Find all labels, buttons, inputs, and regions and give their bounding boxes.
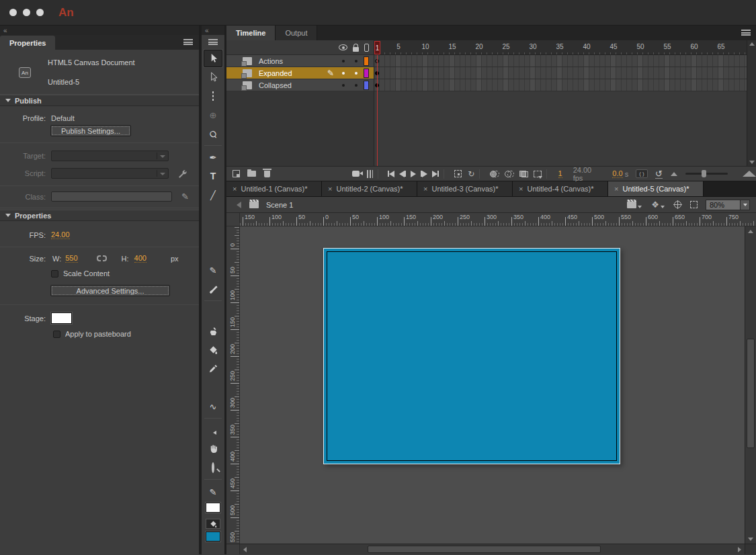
outline-layers-icon[interactable] [364,44,369,52]
new-layer-button[interactable] [233,170,240,177]
window-zoom-button[interactable] [36,9,44,16]
timeline-menu-icon[interactable] [741,30,751,36]
frame-row-collapsed[interactable] [374,79,747,91]
tab-timeline[interactable]: Timeline [226,26,276,40]
stage-canvas[interactable] [323,248,620,464]
publish-settings-button[interactable]: Publish Settings... [50,125,131,136]
scroll-right-icon[interactable] [738,547,741,552]
script-wrench-icon[interactable] [177,169,187,178]
onion-skin-button[interactable] [490,171,499,177]
current-frame-indicator[interactable]: 1 [374,41,380,54]
layer-visibility-toggle[interactable] [337,60,349,62]
stroke-color-swatch[interactable] [206,503,220,513]
advanced-settings-button[interactable]: Advanced Settings... [50,285,170,296]
clip-content-outside-stage-button[interactable] [690,201,698,208]
layer-outline-color[interactable] [362,81,370,90]
width-tool-button[interactable]: ∿ [204,398,222,415]
stage-zoom-field[interactable]: 80% [706,200,741,210]
oval-tool-button[interactable] [204,224,222,241]
fill-color-swatch[interactable] [206,531,220,542]
back-arrow-icon[interactable] [233,202,241,208]
layer-row-expanded[interactable]: Expanded✎ [226,67,374,79]
free-transform-tool-button[interactable] [204,87,222,105]
timeline-frame-ruler[interactable]: 1 5101520253035404550556065 [374,40,747,55]
scroll-up-icon[interactable] [749,42,755,46]
close-tab-icon[interactable]: × [233,185,237,193]
pencil-tool-button[interactable]: ✎ [204,261,222,279]
document-tab-2[interactable]: ×Untitled-2 (Canvas)* [322,181,417,196]
horizontal-scrollbar[interactable] [250,544,734,554]
play-button[interactable] [411,171,416,177]
zoom-in-frames-icon[interactable] [743,171,756,177]
document-tab-5[interactable]: ×Untitled-5 (Canvas)* [608,181,704,196]
pen-tool-button[interactable]: ✒ [204,148,222,166]
paint-bucket-tool-button[interactable] [204,341,222,359]
center-frame-button[interactable] [454,170,462,177]
stage-zoom-dropdown-button[interactable] [741,200,750,210]
rectangle-tool-button[interactable] [204,205,222,222]
layer-outline-color[interactable] [362,69,370,78]
scroll-up-icon[interactable] [748,230,753,233]
close-tab-icon[interactable]: × [423,185,427,193]
frame-row-actions[interactable] [374,55,747,67]
frame-row-expanded[interactable] [374,67,747,79]
properties-section-header[interactable]: Properties [0,210,199,221]
slider-thumb[interactable] [702,170,706,177]
layer-visibility-toggle[interactable] [337,72,349,75]
3d-rotation-tool-button[interactable]: ⊕ [204,106,222,124]
horizontal-scroll-thumb[interactable] [368,546,601,553]
show-hide-layers-icon[interactable] [339,44,347,50]
link-broken-icon[interactable] [97,255,107,261]
vertical-scroll-thumb[interactable] [747,339,755,448]
close-tab-icon[interactable]: × [614,185,618,193]
go-to-first-frame-button[interactable] [388,171,394,177]
ink-bottle-tool-button[interactable] [204,323,222,340]
layer-visibility-toggle[interactable] [337,84,349,87]
close-tab-icon[interactable]: × [519,185,523,193]
window-minimize-button[interactable] [23,9,30,16]
camera-tool-button[interactable] [204,421,222,439]
height-value[interactable]: 400 [134,254,146,263]
reset-timeline-zoom-button[interactable]: ↺ [655,169,663,179]
edit-symbols-dropdown-icon[interactable] [661,206,665,208]
selection-tool-button[interactable] [204,50,222,67]
zoom-tool-button[interactable] [204,459,222,476]
timeline-vertical-scrollbar[interactable] [747,40,756,166]
pasteboard[interactable] [240,226,745,544]
scale-content-checkbox[interactable] [51,270,58,278]
apply-pasteboard-checkbox[interactable] [53,331,60,338]
stage-color-swatch[interactable] [51,312,72,324]
tab-properties[interactable]: Properties [0,36,55,50]
layer-lock-toggle[interactable] [349,72,362,75]
delete-layer-button[interactable] [264,171,270,177]
tab-output[interactable]: Output [276,26,317,40]
zoom-out-frames-icon[interactable] [671,172,677,176]
class-edit-pencil-icon[interactable]: ✎ [181,191,189,202]
class-input[interactable] [51,191,172,202]
close-tab-icon[interactable]: × [328,185,332,193]
playback-range-button[interactable]: ( ) [636,169,648,178]
layer-lock-toggle[interactable] [349,84,362,87]
vertical-scrollbar[interactable] [745,226,756,544]
playhead-line[interactable] [377,55,378,166]
line-tool-button[interactable]: ╱ [204,186,222,204]
eyedropper-tool-button[interactable] [204,360,222,378]
camera-button[interactable] [352,171,360,177]
polystar-tool-button[interactable] [204,243,222,260]
edit-multiple-frames-button[interactable] [519,171,528,177]
lasso-tool-button[interactable]: Ϙ [204,125,222,142]
frame-size-slider[interactable] [685,173,728,175]
go-to-last-frame-button[interactable] [432,171,439,177]
elapsed-time-value[interactable]: 0.0 [612,169,622,178]
layer-outline-color[interactable] [362,56,370,66]
script-dropdown[interactable] [51,168,169,179]
edit-scene-button[interactable] [627,202,636,208]
publish-section-header[interactable]: Publish [0,95,199,106]
fps-value[interactable]: 24.00 [51,230,70,239]
scroll-down-icon[interactable] [748,538,753,541]
layer-depth-button[interactable] [367,170,373,178]
loop-playback-button[interactable]: ↻ [468,170,474,178]
hand-tool-button[interactable] [204,440,222,458]
scroll-down-icon[interactable] [749,161,755,164]
panel-menu-icon[interactable] [183,39,193,45]
